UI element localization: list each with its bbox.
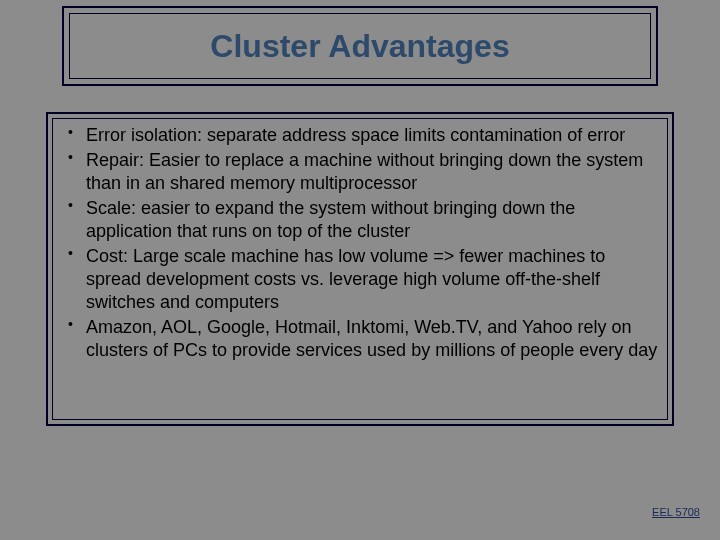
list-item: Scale: easier to expand the system witho… bbox=[62, 197, 658, 243]
list-item: Repair: Easier to replace a machine with… bbox=[62, 149, 658, 195]
footer-label: EEL 5708 bbox=[652, 506, 700, 518]
slide-title: Cluster Advantages bbox=[210, 28, 509, 65]
list-item: Cost: Large scale machine has low volume… bbox=[62, 245, 658, 314]
list-item: Error isolation: separate address space … bbox=[62, 124, 658, 147]
title-container: Cluster Advantages bbox=[62, 6, 658, 86]
content-container: Error isolation: separate address space … bbox=[46, 112, 674, 426]
bullet-list: Error isolation: separate address space … bbox=[62, 124, 658, 362]
list-item: Amazon, AOL, Google, Hotmail, Inktomi, W… bbox=[62, 316, 658, 362]
